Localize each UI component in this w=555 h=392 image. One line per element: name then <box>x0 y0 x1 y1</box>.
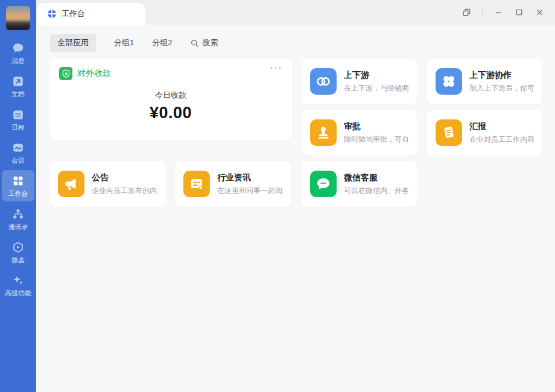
sidebar-item-label: 高级功能 <box>5 289 31 297</box>
filter-group1[interactable]: 分组1 <box>114 37 134 48</box>
maximize-button[interactable] <box>510 4 527 21</box>
filter-group2[interactable]: 分组2 <box>152 37 172 48</box>
app-desc: 企业向员工发布的内... <box>92 186 157 196</box>
app-card-supply-chain-collab[interactable]: 上下游协作 加入上下游后，你可... <box>427 58 542 104</box>
workbench-tab-icon <box>47 9 57 19</box>
chat-service-icon-tile <box>310 171 337 197</box>
sidebar-item-workbench[interactable]: 工作台 <box>2 170 34 201</box>
card-more-menu[interactable]: ··· <box>270 62 282 73</box>
app-desc: 随时随地审批，可自... <box>344 134 408 145</box>
sidebar-item-label: 工作台 <box>8 190 28 198</box>
sidebar-item-label: 微盘 <box>11 256 25 264</box>
link-rings-icon-tile <box>310 68 337 95</box>
app-desc: 在上下游，与经销商... <box>344 83 408 93</box>
workbench-grid-icon <box>11 174 25 188</box>
sidebar-nav: 消息 文档 日程 <box>2 37 34 303</box>
sidebar-item-label: 会议 <box>11 157 25 165</box>
payment-stats: 今日收款 ¥0.00 <box>59 90 282 122</box>
search-button[interactable]: 搜索 <box>190 37 218 48</box>
tab-title: 工作台 <box>62 8 85 19</box>
news-icon-tile <box>183 171 210 197</box>
sidebar-item-label: 日程 <box>11 124 25 131</box>
sidebar-item-advanced[interactable]: 高级功能 <box>2 270 34 301</box>
app-card-report[interactable]: 汇报 企业对员工工作内容... <box>427 110 542 156</box>
app-window: 消息 文档 日程 <box>0 0 555 392</box>
chat-bubble-icon <box>11 42 25 55</box>
shield-yuan-icon-tile: ¥ <box>59 67 72 80</box>
controls-divider <box>482 8 483 17</box>
link-rings-icon <box>314 72 332 90</box>
avatar[interactable] <box>6 6 30 30</box>
app-desc: 企业对员工工作内容... <box>469 134 534 145</box>
close-button[interactable] <box>531 4 548 21</box>
titlebar: 工作台 <box>36 0 555 25</box>
app-card-announcement[interactable]: 公告 企业向员工发布的内... <box>49 161 166 207</box>
app-name: 行业资讯 <box>217 172 283 183</box>
app-card-supply-chain[interactable]: 上下游 在上下游，与经销商... <box>302 58 417 104</box>
sparkle-icon <box>11 274 25 287</box>
search-icon <box>190 39 199 48</box>
app-name: 上下游协作 <box>469 70 534 81</box>
app-name: 审批 <box>344 121 408 132</box>
minimize-button[interactable] <box>490 4 507 21</box>
app-card-industry-news[interactable]: 行业资讯 在这里和同事一起阅... <box>175 161 291 207</box>
app-name: 汇报 <box>469 121 534 132</box>
payment-amount: ¥0.00 <box>150 104 192 122</box>
sidebar: 消息 文档 日程 <box>0 0 36 392</box>
filter-all-apps[interactable]: 全部应用 <box>50 34 96 52</box>
tab-workbench[interactable]: 工作台 <box>37 3 145 25</box>
payment-app-card[interactable]: ¥ 对外收款 ··· 今日收款 ¥0.00 <box>49 58 292 140</box>
sidebar-item-schedule[interactable]: 日程 <box>2 104 34 135</box>
stamp-icon-tile <box>310 119 337 146</box>
drive-icon <box>11 241 25 254</box>
megaphone-icon <box>62 175 80 193</box>
sidebar-item-meetings[interactable]: 会议 <box>2 137 34 168</box>
news-icon <box>188 175 206 193</box>
mini-window-icon <box>462 8 471 17</box>
org-chart-icon <box>11 207 25 221</box>
app-card-approval[interactable]: 审批 随时随地审批，可自... <box>302 110 417 156</box>
app-desc: 在这里和同事一起阅... <box>217 186 283 196</box>
payment-card-header: ¥ 对外收款 <box>59 67 282 80</box>
minimize-icon <box>494 8 503 17</box>
app-desc: 可以在微信内、外各... <box>344 186 408 196</box>
megaphone-icon-tile <box>58 171 84 197</box>
four-petals-icon <box>440 72 458 90</box>
sidebar-item-drive[interactable]: 微盘 <box>2 236 34 268</box>
search-label: 搜索 <box>202 37 218 48</box>
calendar-icon <box>11 108 25 121</box>
svg-text:¥: ¥ <box>65 71 68 75</box>
shield-yuan-icon: ¥ <box>61 69 71 79</box>
app-name: 微信客服 <box>344 172 408 183</box>
chat-service-icon <box>314 175 332 193</box>
app-desc: 加入上下游后，你可... <box>469 83 534 93</box>
report-doc-icon-tile <box>436 119 462 146</box>
main-area: 工作台 <box>36 0 555 392</box>
payment-app-name: 对外收款 <box>77 68 111 79</box>
app-name: 上下游 <box>344 70 408 81</box>
document-arrow-icon <box>11 75 25 88</box>
mini-window-button[interactable] <box>458 4 475 21</box>
workbench-content: 全部应用 分组1 分组2 搜索 ¥ <box>36 25 555 392</box>
window-controls <box>458 0 548 25</box>
maximize-icon <box>515 8 524 17</box>
meeting-icon <box>11 141 25 154</box>
app-card-wechat-service[interactable]: 微信客服 可以在微信内、外各... <box>302 161 417 207</box>
stamp-icon <box>314 124 332 142</box>
sidebar-item-messages[interactable]: 消息 <box>2 37 34 69</box>
report-doc-icon <box>440 124 458 142</box>
payment-stat-label: 今日收款 <box>155 90 186 101</box>
filter-row: 全部应用 分组1 分组2 搜索 <box>50 34 218 52</box>
close-icon <box>535 8 544 17</box>
sidebar-item-docs[interactable]: 文档 <box>2 71 34 102</box>
four-petals-icon-tile <box>436 68 462 95</box>
sidebar-item-contacts[interactable]: 通讯录 <box>2 203 34 235</box>
sidebar-item-label: 消息 <box>11 57 25 65</box>
sidebar-item-label: 文档 <box>11 90 25 98</box>
sidebar-item-label: 通讯录 <box>8 223 28 231</box>
app-name: 公告 <box>92 172 157 183</box>
